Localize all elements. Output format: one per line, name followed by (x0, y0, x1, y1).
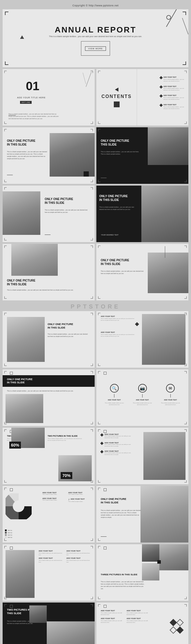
corner-tl (98, 313, 100, 315)
add-item-text-14-2: ADD YOUR TEXT This is blank sample textb… (104, 442, 134, 447)
corner-br (91, 238, 93, 240)
photo-10 (142, 314, 185, 365)
corner-bl (98, 422, 100, 424)
slide-04: ONLY ONE PICTURETHIS SLIDE This is a bla… (96, 127, 188, 184)
corner-br (184, 180, 187, 182)
slide-row-4: ONLY ONE PICTUREIN THIS SLIDE This is a … (3, 244, 188, 300)
contents-items: ADD YOUR TEXT This is a blank sample tex… (160, 76, 184, 110)
photo-img-8 (148, 253, 188, 293)
photo-img-7 (11, 244, 58, 276)
outline-diamond-1 (176, 619, 183, 626)
slide7-title: ONLY ONE PICTUREIN THIS SLIDE (7, 279, 35, 286)
pie-text-label-4: ♪ ADD YOUR TEXT (68, 498, 92, 501)
pie-text-sub-2: This is blank sample textbox (68, 494, 92, 495)
diamond-4 (159, 104, 163, 107)
corner-tl (4, 604, 7, 607)
contents-center: CONTENTS (102, 88, 132, 107)
add-sub-14-1: This is blank sample textbox you can add… (104, 435, 134, 438)
contents-item-text-1: ADD YOUR TEXT This is a blank sample tex… (163, 76, 184, 82)
music-icon: ♪ (68, 498, 70, 501)
slide9-body: This is a blank sample textbox , you can… (48, 333, 90, 338)
label-17-3: ADD YOUR TEXT (39, 557, 65, 559)
add-sub-2: This is a blank sample textbox you can a… (101, 334, 136, 337)
pie-color-2 (5, 532, 7, 534)
corner-br (91, 422, 93, 424)
corner-tr (91, 546, 93, 548)
corner-bl (98, 364, 100, 366)
contents-item-2: ADD YOUR TEXT This is a blank sample tex… (160, 86, 184, 91)
corner-tl (98, 429, 100, 432)
slide16-body: This is a blank sample textbox , you can… (101, 509, 141, 518)
slide-row-3: ONLY ONE PICTUREIN THIS SLIDE This is a … (3, 186, 188, 242)
icon-label-1: ADD YOUR TEXT (108, 399, 121, 401)
contents-title: CONTENTS (102, 94, 132, 99)
pie-label-1: TEXT 01 (5, 529, 12, 531)
add-text-stack: ADD YOUR TEXT This is blank sample textb… (101, 433, 134, 456)
label-20-2: ADD YOUR TEXT (127, 610, 150, 612)
icon-label-3: ADD YOUR TEXT (164, 399, 177, 401)
slide16-line (101, 536, 107, 537)
slide8-body: This is a blank sample textbox , you can… (101, 270, 146, 275)
add-item-14-2: ADD YOUR TEXT This is blank sample textb… (101, 442, 134, 447)
sub-17-3: This is blank textbox you can add desire… (39, 560, 65, 563)
icon-item-3: ✉ ADD YOUR TEXT This is blank sample tex… (160, 384, 181, 405)
deco-sq-16 (104, 488, 107, 491)
corner-br (184, 597, 187, 599)
photo-13a-container: 60% (7, 428, 40, 451)
photo-13b-container: 70% (58, 455, 92, 481)
slide-add-title: ADD YOUR TITLE HERE (17, 97, 46, 99)
corner-tr (184, 429, 187, 432)
photo-6 (140, 186, 188, 242)
corner-tr (184, 371, 187, 373)
deco-line (86, 72, 92, 87)
icon-line-3 (170, 394, 171, 398)
corner-tl (4, 429, 7, 432)
pie-text-1: ADD YOUR TEXT This is blank sample textb… (42, 492, 66, 495)
corner-bl (4, 480, 7, 482)
corner-br (183, 61, 186, 65)
pie-text-2: ADD YOUR TEXT This is blank sample textb… (68, 492, 92, 495)
corner-bl (4, 121, 7, 124)
corner-br (91, 538, 93, 541)
send-icon: ✉ (166, 384, 175, 393)
contents-item-3: ADD YOUR TEXT This is a blank sample tex… (160, 95, 184, 100)
slide-row-5: ONLY ONE PICTUREIN THIS SLIDE This is a … (3, 311, 188, 368)
slides-container: ANNUAL REPORT This is a blank sample tex… (0, 9, 191, 644)
diamond-3 (159, 95, 163, 98)
corner-bl (4, 180, 7, 182)
icon-item-1: 🔍 ADD YOUR TEXT This is blank sample tex… (104, 384, 125, 405)
text-20-3: ADD YOUR TEXT This is blank sample textb… (101, 618, 124, 623)
corner-bl (98, 538, 100, 541)
slide-05: ONLY ONE PICTUREIN THIS SLIDE This is a … (3, 186, 95, 242)
slide-12: 🔍 ADD YOUR TEXT This is blank sample tex… (96, 369, 188, 426)
slide-number: 01 (26, 79, 39, 93)
corner-bl (4, 296, 7, 299)
hero-subtitle: This is a blank sample textbox , you can… (46, 35, 145, 37)
corner-tl (98, 246, 100, 248)
photo-img-16 (140, 486, 188, 543)
slide11-body: This is a blank sample textbox , you can… (7, 390, 88, 392)
photo-19b (29, 605, 47, 623)
pie-label-2: TEXT 02 (5, 532, 12, 534)
corner-bl (4, 238, 7, 240)
deco-sq-14 (104, 430, 107, 433)
deco-line2 (83, 73, 86, 84)
pie-label-3: TEXT 03 (5, 534, 12, 536)
outline-diamond-2 (170, 626, 177, 634)
photo-right (50, 133, 95, 177)
photo-17 (6, 550, 35, 598)
corner-tr (91, 488, 93, 490)
diamond-row-2 (171, 627, 183, 633)
hero-button[interactable]: VIEW MORE (85, 46, 106, 51)
big-diamond-2 (176, 626, 183, 634)
hero-button-box[interactable]: VIEW MORE (81, 41, 110, 56)
icon-line-2 (142, 394, 143, 398)
slide-15: TEXT 01 TEXT 02 TEXT 03 TEXT 04 ADD YOUR… (3, 486, 95, 543)
pct-70-text: 70% (62, 473, 71, 478)
slide-body-text: This is a blank sample textbox , you can… (8, 113, 61, 120)
photo-img-18c (142, 563, 159, 580)
corner-tl (4, 71, 7, 73)
svg-point-4 (13, 500, 24, 512)
black-banner: ONLY ONE PICTUREIN THIS SLIDE (3, 375, 95, 387)
slide-19: TWO PICTURES INTHIS SLIDE This is a blan… (3, 603, 95, 644)
